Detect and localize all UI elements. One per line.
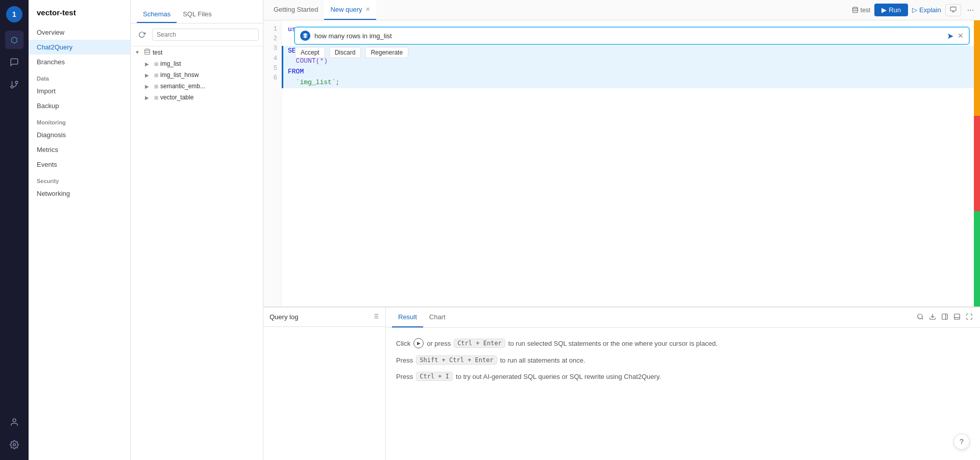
tab-new-query[interactable]: New query ✕ — [324, 0, 376, 20]
refresh-button[interactable] — [135, 28, 149, 42]
tree-node-semantic-emb[interactable]: ▶ ⊞ semantic_emb... — [131, 81, 263, 92]
nav-item-import[interactable]: Import — [29, 84, 130, 98]
tab-schemas[interactable]: Schemas — [137, 6, 177, 23]
sidebar-icon-chat[interactable] — [5, 53, 23, 71]
svg-point-1 — [15, 81, 18, 84]
app-logo[interactable]: 1 — [6, 6, 22, 22]
result-panel: Result Chart — [386, 308, 980, 460]
close-tab-button[interactable]: ✕ — [365, 7, 370, 12]
search-result-button[interactable] — [916, 312, 925, 323]
hint-run-prefix: Click — [396, 340, 410, 347]
query-log-panel: Query log — [263, 308, 386, 460]
code-editor[interactable]: 1 2 3 4 5 6 use test; SELECT COUNT(*) — [263, 20, 980, 306]
nav-panel: vector-test Overview Chat2Query Branches… — [29, 0, 131, 460]
code-line-5: FROM — [282, 67, 974, 78]
ai-query-input[interactable] — [314, 32, 943, 40]
result-actions — [916, 312, 974, 323]
sidebar-icon-database[interactable]: ⬡ — [5, 31, 23, 49]
schema-tabs: Schemas SQL Files — [137, 6, 257, 23]
run-label: Run — [889, 6, 901, 14]
nav-item-backup[interactable]: Backup — [29, 98, 130, 113]
svg-point-4 — [13, 444, 16, 446]
help-button[interactable]: ? — [953, 433, 970, 450]
accept-button[interactable]: Accept — [295, 47, 325, 58]
schema-search-input[interactable] — [152, 29, 259, 41]
nav-item-diagnosis[interactable]: Diagnosis — [29, 127, 130, 142]
svg-point-3 — [13, 419, 16, 422]
nav-item-metrics[interactable]: Metrics — [29, 142, 130, 157]
app-title: vector-test — [29, 8, 130, 25]
query-log-list-icon[interactable] — [372, 313, 379, 321]
tab-getting-started[interactable]: Getting Started — [267, 0, 324, 20]
svg-rect-21 — [954, 314, 960, 320]
table-name: semantic_emb... — [160, 83, 205, 90]
tab-new-query-label: New query — [330, 6, 362, 13]
regenerate-button[interactable]: Regenerate — [365, 47, 408, 58]
sidebar-icon-user[interactable] — [5, 413, 23, 431]
code-content[interactable]: use test; SELECT COUNT(*) FROM `img_list… — [282, 20, 980, 306]
more-options-button[interactable]: ··· — [965, 6, 976, 15]
nav-item-branches[interactable]: Branches — [29, 55, 130, 69]
monitor-button[interactable] — [945, 4, 961, 16]
table-name: img_list_hnsw — [160, 71, 199, 79]
nav-item-chat2query[interactable]: Chat2Query — [29, 40, 130, 55]
hint-kbd-shift-ctrl-enter: Shift + Ctrl + Enter — [416, 355, 497, 365]
fullscreen-button[interactable] — [965, 312, 974, 323]
ai-close-button[interactable]: ✕ — [958, 32, 964, 40]
line-numbers: 1 2 3 4 5 6 — [263, 20, 282, 306]
tree-node-img-list[interactable]: ▶ ⊞ img_list — [131, 58, 263, 69]
schema-toolbar — [131, 23, 263, 46]
discard-button[interactable]: Discard — [329, 47, 361, 58]
hint-kbd-ctrl-i: Ctrl + I — [416, 372, 453, 381]
code-line-6: `img_list`; — [282, 78, 974, 88]
results-pane: Query log Result Chart — [263, 307, 980, 460]
strip-green — [974, 211, 980, 306]
expand-arrow: ▶ — [145, 95, 152, 100]
expand-arrow: ▶ — [145, 84, 152, 89]
ai-icon — [300, 31, 310, 41]
table-icon: ⊞ — [154, 72, 158, 78]
icon-sidebar: 1 ⬡ — [0, 0, 29, 460]
schema-header: Schemas SQL Files — [131, 0, 263, 23]
tree-node-test[interactable]: ▼ test — [131, 46, 263, 58]
hint-run-all: Press Shift + Ctrl + Enter to run all st… — [396, 355, 970, 365]
ai-send-button[interactable]: ➤ — [947, 31, 953, 41]
hint-ai-suffix: to try out AI-generated SQL queries or S… — [456, 373, 661, 380]
expand-arrow: ▶ — [145, 72, 152, 78]
hint-run-suffix: to run selected SQL statements or the on… — [508, 340, 718, 347]
svg-point-2 — [11, 86, 13, 88]
svg-point-6 — [852, 7, 857, 9]
strip-orange — [974, 20, 980, 116]
db-name-label: test — [861, 7, 870, 14]
table-name: vector_table — [160, 94, 193, 101]
sidebar-right-button[interactable] — [940, 312, 949, 323]
sidebar-icon-branch[interactable] — [5, 75, 23, 94]
db-name: test — [153, 49, 162, 56]
tab-sql-files[interactable]: SQL Files — [177, 6, 218, 23]
nav-item-networking[interactable]: Networking — [29, 186, 130, 201]
run-play-icon: ▶ — [881, 6, 887, 14]
svg-rect-19 — [942, 314, 948, 320]
explain-play-icon: ▷ — [912, 6, 917, 14]
result-tab-result[interactable]: Result — [392, 308, 423, 327]
tab-bar: Getting Started New query ✕ test ▶ Run ▷… — [263, 0, 980, 20]
svg-rect-7 — [950, 7, 956, 11]
explain-button[interactable]: ▷ Explain — [912, 6, 941, 14]
expand-arrow: ▶ — [145, 61, 152, 67]
table-icon: ⊞ — [154, 95, 158, 100]
tab-getting-started-label: Getting Started — [274, 6, 318, 13]
result-tab-chart[interactable]: Chart — [423, 308, 452, 327]
tree-node-img-list-hnsw[interactable]: ▶ ⊞ img_list_hnsw — [131, 69, 263, 81]
result-content: Click ▶ or press Ctrl + Enter to run sel… — [386, 328, 980, 460]
run-button[interactable]: ▶ Run — [874, 4, 908, 16]
nav-item-events[interactable]: Events — [29, 157, 130, 172]
sidebar-bottom-button[interactable] — [952, 312, 962, 323]
nav-section-data: Data — [29, 69, 130, 84]
download-button[interactable] — [928, 312, 937, 323]
ai-bar: ➤ ✕ — [294, 27, 970, 45]
svg-point-16 — [918, 314, 922, 319]
tree-node-vector-table[interactable]: ▶ ⊞ vector_table — [131, 92, 263, 103]
nav-item-overview[interactable]: Overview — [29, 25, 130, 40]
sidebar-icon-settings[interactable] — [5, 436, 23, 454]
nav-section-monitoring: Monitoring — [29, 113, 130, 127]
